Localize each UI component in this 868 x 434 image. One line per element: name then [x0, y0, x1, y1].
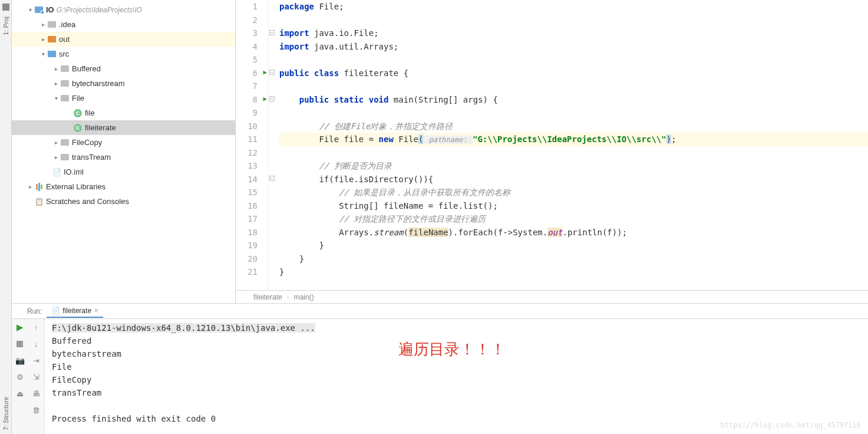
- chevron-down-icon[interactable]: ▾: [39, 51, 47, 57]
- project-tree[interactable]: ▾ IO G:\Projects\IdeaProjects\IO ▸ .idea…: [12, 0, 236, 303]
- tree-src[interactable]: ▾ src: [12, 47, 235, 61]
- run-toolbar: ▶ ↑ ↓ 📷 ⇥ ⚙ ⇲ ⏏ 🖶 🗑: [12, 319, 45, 434]
- source-folder-icon: [47, 50, 57, 59]
- scroll-to-end-icon[interactable]: ⇲: [30, 371, 42, 383]
- run-gutter-icon[interactable]: ▶: [263, 93, 267, 106]
- tree-external-libraries[interactable]: ▸ External Libraries: [12, 179, 235, 194]
- tree-filecopy[interactable]: ▸ FileCopy: [12, 135, 235, 150]
- fold-marker-icon[interactable]: −: [269, 176, 275, 181]
- chevron-right-icon[interactable]: ▸: [52, 80, 60, 87]
- breadcrumb-class[interactable]: fileiterate: [253, 293, 282, 301]
- main-area: ▾ IO G:\Projects\IdeaProjects\IO ▸ .idea…: [12, 0, 868, 434]
- trash-icon[interactable]: 🗑: [30, 404, 42, 416]
- tree-root[interactable]: ▾ IO G:\Projects\IdeaProjects\IO: [12, 2, 235, 17]
- annotation-overlay: 遍历目录！！！: [398, 343, 506, 356]
- chevron-right-icon[interactable]: ▸: [52, 65, 60, 72]
- stop-button[interactable]: [14, 338, 26, 350]
- tree-bytecharstream[interactable]: ▸ bytecharstream: [12, 76, 235, 91]
- attach-icon[interactable]: ⚙: [14, 371, 26, 383]
- tree-file-pkg[interactable]: ▾ File: [12, 91, 235, 106]
- tree-buffered[interactable]: ▸ Buffered: [12, 61, 235, 76]
- chevron-right-icon[interactable]: ▸: [39, 36, 47, 42]
- upper-split: ▾ IO G:\Projects\IdeaProjects\IO ▸ .idea…: [12, 0, 868, 303]
- tree-scratches[interactable]: 📋 Scratches and Consoles: [12, 194, 235, 209]
- up-icon[interactable]: ↑: [30, 321, 42, 333]
- tree-file-class[interactable]: C file: [12, 106, 235, 120]
- scratches-icon: 📋: [34, 197, 44, 206]
- package-icon: [60, 64, 70, 74]
- package-icon: [60, 79, 70, 88]
- package-icon: [60, 94, 70, 103]
- fold-gutter[interactable]: − − − −: [269, 0, 277, 290]
- chevron-down-icon[interactable]: ▾: [52, 95, 60, 101]
- screenshot-icon[interactable]: 📷: [14, 354, 26, 366]
- run-config-icon: 📄: [51, 307, 60, 315]
- chevron-right-icon[interactable]: ▸: [52, 154, 60, 160]
- chevron-down-icon[interactable]: ▾: [26, 6, 34, 13]
- console-line: transTream: [52, 386, 861, 399]
- fold-marker-icon[interactable]: −: [269, 30, 275, 35]
- chevron-right-icon[interactable]: ▸: [52, 139, 60, 146]
- class-icon: C: [73, 123, 82, 133]
- console-line: FileCopy: [52, 373, 861, 386]
- tree-iml[interactable]: 📄 IO.iml: [12, 165, 235, 179]
- structure-toolwindow-label[interactable]: 7: Structure: [2, 397, 9, 430]
- exit-icon[interactable]: ⏏: [14, 387, 26, 399]
- run-tabs: Run: 📄 fileiterate ✕: [12, 304, 868, 319]
- folder-icon: [47, 20, 57, 29]
- run-gutter-icon[interactable]: ▶: [263, 66, 267, 80]
- tree-idea[interactable]: ▸ .idea: [12, 17, 235, 32]
- soft-wrap-icon[interactable]: ⇥: [30, 354, 42, 366]
- line-number-gutter[interactable]: 12345 6▶ 7 8▶ 9101112 13141516 171819202…: [236, 0, 269, 290]
- package-icon: [60, 153, 70, 162]
- code-area[interactable]: 12345 6▶ 7 8▶ 9101112 13141516 171819202…: [236, 0, 868, 290]
- fold-marker-icon[interactable]: −: [269, 70, 275, 75]
- run-panel: Run: 📄 fileiterate ✕ ▶ ↑ ↓ 📷 ⇥ ⚙ ⇲ ⏏ 🖶 🗑: [12, 303, 868, 434]
- libraries-icon: [34, 182, 44, 192]
- run-label: Run:: [27, 307, 42, 315]
- folder-icon: [47, 35, 57, 44]
- print-icon[interactable]: 🖶: [30, 387, 42, 399]
- package-icon: [60, 138, 70, 147]
- run-body: ▶ ↑ ↓ 📷 ⇥ ⚙ ⇲ ⏏ 🖶 🗑 F:\jdk-8u121-windows…: [12, 319, 868, 434]
- console-line: File: [52, 360, 861, 373]
- module-icon: [34, 5, 44, 15]
- close-icon[interactable]: ✕: [94, 307, 98, 314]
- class-icon: C: [73, 108, 82, 118]
- fold-marker-icon[interactable]: −: [269, 96, 275, 101]
- project-toolwindow-icon[interactable]: [2, 4, 9, 11]
- chevron-right-icon[interactable]: ▸: [26, 183, 34, 190]
- code-text[interactable]: package File; import java.io.File; impor…: [277, 0, 868, 290]
- chevron-right-icon: ›: [287, 293, 289, 301]
- inlay-hint: pathname:: [423, 136, 472, 144]
- breadcrumb[interactable]: fileiterate › main(): [236, 290, 868, 303]
- iml-file-icon: 📄: [52, 167, 61, 177]
- console-output[interactable]: F:\jdk-8u121-windows-x64_8.0.1210.13\bin…: [45, 319, 868, 434]
- editor: 12345 6▶ 7 8▶ 9101112 13141516 171819202…: [236, 0, 868, 303]
- left-toolwindow-bar: 1: Proj 7: Structure: [0, 0, 12, 434]
- down-icon[interactable]: ↓: [30, 338, 42, 350]
- tree-out[interactable]: ▸ out: [12, 32, 235, 47]
- watermark: https://blog.csdn.net/qq_45797116: [721, 419, 861, 432]
- rerun-button[interactable]: ▶: [14, 321, 26, 333]
- run-tab-fileiterate[interactable]: 📄 fileiterate ✕: [47, 305, 103, 318]
- project-toolwindow-label[interactable]: 1: Proj: [2, 17, 9, 35]
- tree-transtream[interactable]: ▸ transTream: [12, 150, 235, 165]
- breadcrumb-method[interactable]: main(): [294, 293, 314, 301]
- tree-root-path: G:\Projects\IdeaProjects\IO: [57, 6, 142, 14]
- chevron-right-icon[interactable]: ▸: [39, 21, 47, 28]
- console-cmdline: F:\jdk-8u121-windows-x64_8.0.1210.13\bin…: [52, 323, 315, 333]
- tree-fileiterate-class[interactable]: C fileiterate: [12, 120, 235, 135]
